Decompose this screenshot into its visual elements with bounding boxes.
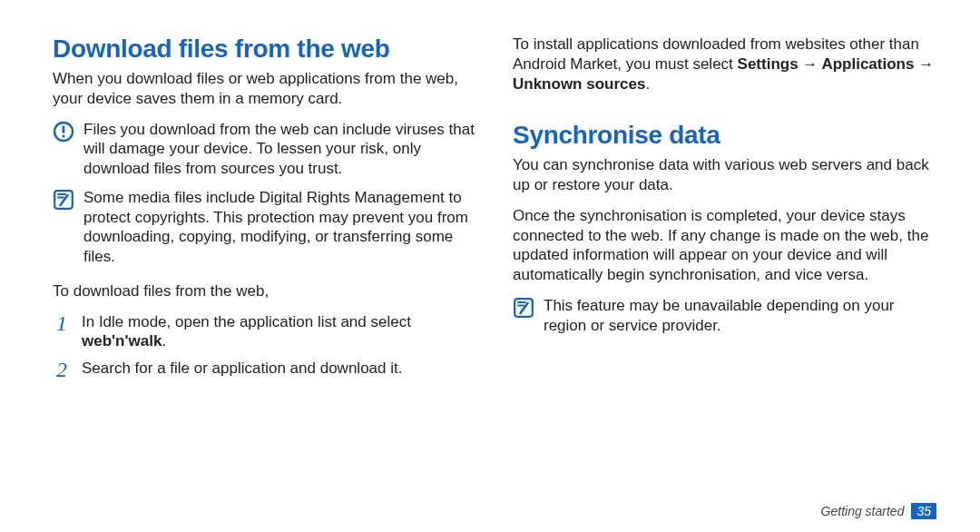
svg-rect-1 <box>63 125 65 133</box>
callout-warning: Files you download from the web can incl… <box>53 120 476 179</box>
callout-note-drm-text: Some media files include Digital Rights … <box>83 188 476 267</box>
callout-note-drm: Some media files include Digital Rights … <box>53 188 476 267</box>
callout-warning-text: Files you download from the web can incl… <box>83 120 476 179</box>
page-body: Download files from the web When you dow… <box>0 0 980 388</box>
heading-download: Download files from the web <box>53 34 476 64</box>
step-1: 1 In Idle mode, open the application lis… <box>53 312 476 352</box>
footer-page-number: 35 <box>911 503 936 519</box>
note-icon <box>513 297 534 319</box>
footer-section-label: Getting started <box>821 504 905 518</box>
howto-lead: To download files from the web, <box>53 281 476 301</box>
sync-p2: Once the synchronisation is completed, y… <box>513 206 936 285</box>
note-icon <box>53 189 74 211</box>
step-2-text: Search for a file or application and dow… <box>82 359 402 379</box>
callout-note-region: This feature may be unavailable dependin… <box>513 296 936 336</box>
sync-p1: You can synchronise data with various we… <box>513 155 936 195</box>
right-column: To install applications downloaded from … <box>513 34 936 388</box>
heading-sync: Synchronise data <box>513 121 936 150</box>
left-column: Download files from the web When you dow… <box>53 34 476 388</box>
intro-download: When you download files or web applicati… <box>53 69 476 109</box>
install-post: . <box>645 75 650 93</box>
svg-point-2 <box>62 134 64 137</box>
callout-note-region-text: This feature may be unavailable dependin… <box>544 296 936 336</box>
step-number-2: 2 <box>53 359 71 380</box>
step-1-text: In Idle mode, open the application list … <box>82 312 476 352</box>
warning-icon <box>53 121 74 143</box>
install-note: To install applications downloaded from … <box>513 34 936 94</box>
step-1-pre: In Idle mode, open the application list … <box>82 313 411 330</box>
step-1-bold: web'n'walk <box>82 332 162 350</box>
page-footer: Getting started 35 <box>821 503 936 519</box>
step-1-post: . <box>162 332 166 350</box>
step-number-1: 1 <box>53 312 71 334</box>
step-2: 2 Search for a file or application and d… <box>53 359 476 380</box>
